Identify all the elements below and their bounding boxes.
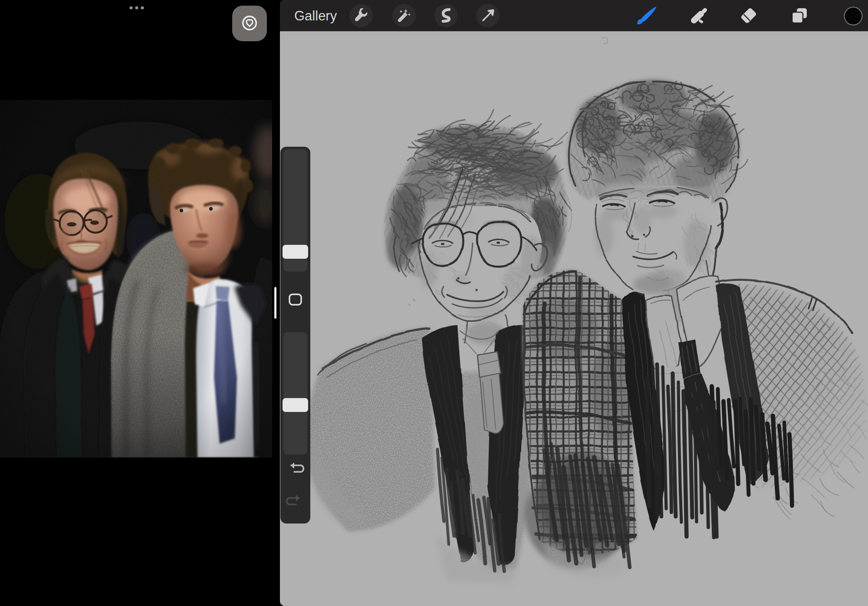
svg-text:Gallery: Gallery	[294, 8, 337, 23]
